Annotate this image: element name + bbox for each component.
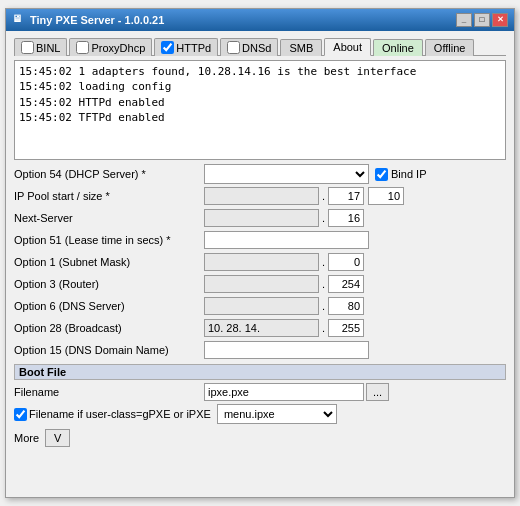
tab-httpd[interactable]: HTTPd	[154, 38, 218, 56]
form-area: Option 54 (DHCP Server) * Bind IP IP Poo…	[14, 164, 506, 491]
bind-ip-group: Bind IP	[375, 168, 426, 181]
bind-ip-label: Bind IP	[391, 168, 426, 180]
option54-row: Option 54 (DHCP Server) * Bind IP	[14, 164, 506, 184]
log-output: 15:45:02 1 adapters found, 10.28.14.16 i…	[14, 60, 506, 160]
tab-bar: BINL ProxyDhcp HTTPd DNSd SMB About Onli…	[14, 37, 506, 56]
filename-row: Filename ...	[14, 382, 506, 402]
option28-input-group: .	[204, 319, 506, 337]
content-area: BINL ProxyDhcp HTTPd DNSd SMB About Onli…	[6, 31, 514, 497]
option15-row: Option 15 (DNS Domain Name)	[14, 340, 506, 360]
tab-online[interactable]: Online	[373, 39, 423, 56]
option15-input[interactable]	[204, 341, 369, 359]
titlebar-controls: _ □ ✕	[456, 13, 508, 27]
option54-input-group: Bind IP	[204, 164, 506, 184]
ip-pool-size[interactable]	[368, 187, 404, 205]
browse-button[interactable]: ...	[366, 383, 389, 401]
log-line-2: 15:45:02 loading config	[19, 79, 501, 94]
app-icon: 🖥	[12, 13, 26, 27]
main-window: 🖥 Tiny PXE Server - 1.0.0.21 _ □ ✕ BINL …	[5, 8, 515, 498]
titlebar: 🖥 Tiny PXE Server - 1.0.0.21 _ □ ✕	[6, 9, 514, 31]
bind-ip-checkbox[interactable]	[375, 168, 388, 181]
option54-label: Option 54 (DHCP Server) *	[14, 168, 204, 180]
option3-label: Option 3 (Router)	[14, 278, 204, 290]
option1-input[interactable]	[204, 253, 319, 271]
tab-binl[interactable]: BINL	[14, 38, 67, 56]
option6-input-group: .	[204, 297, 506, 315]
ip-pool-row: IP Pool start / size * .	[14, 186, 506, 206]
filename-if-select[interactable]: menu.ipxe	[217, 404, 337, 424]
log-line-1: 15:45:02 1 adapters found, 10.28.14.16 i…	[19, 64, 501, 79]
window-title: Tiny PXE Server - 1.0.0.21	[30, 14, 164, 26]
tab-proxyhcp[interactable]: ProxyDhcp	[69, 38, 152, 56]
ip-pool-num[interactable]	[328, 187, 364, 205]
option6-last[interactable]	[328, 297, 364, 315]
option51-label: Option 51 (Lease time in secs) *	[14, 234, 204, 246]
option54-select[interactable]	[204, 164, 369, 184]
ip-pool-label: IP Pool start / size *	[14, 190, 204, 202]
option3-row: Option 3 (Router) .	[14, 274, 506, 294]
option6-label: Option 6 (DNS Server)	[14, 300, 204, 312]
option28-label: Option 28 (Broadcast)	[14, 322, 204, 334]
dnsd-label: DNSd	[242, 42, 271, 54]
option3-last[interactable]	[328, 275, 364, 293]
option28-input[interactable]	[204, 319, 319, 337]
minimize-button[interactable]: _	[456, 13, 472, 27]
option1-input-group: .	[204, 253, 506, 271]
option15-input-group	[204, 341, 506, 359]
tab-offline[interactable]: Offline	[425, 39, 475, 56]
httpd-label: HTTPd	[176, 42, 211, 54]
ip-pool-start[interactable]	[204, 187, 319, 205]
binl-checkbox[interactable]	[21, 41, 34, 54]
next-server-label: Next-Server	[14, 212, 204, 224]
option6-row: Option 6 (DNS Server) .	[14, 296, 506, 316]
option28-last[interactable]	[328, 319, 364, 337]
option51-input-group	[204, 231, 506, 249]
filename-if-row: Filename if user-class=gPXE or iPXE menu…	[14, 404, 506, 424]
httpd-checkbox[interactable]	[161, 41, 174, 54]
next-server-input-group: .	[204, 209, 506, 227]
filename-input-group: ...	[204, 383, 506, 401]
option51-input[interactable]	[204, 231, 369, 249]
proxyhcp-label: ProxyDhcp	[91, 42, 145, 54]
tab-about[interactable]: About	[324, 38, 371, 56]
option1-row: Option 1 (Subnet Mask) .	[14, 252, 506, 272]
filename-if-checkbox[interactable]	[14, 408, 27, 421]
more-row: More V	[14, 426, 506, 450]
filename-if-label: Filename if user-class=gPXE or iPXE	[29, 408, 211, 420]
proxyhcp-checkbox[interactable]	[76, 41, 89, 54]
option3-input-group: .	[204, 275, 506, 293]
option28-row: Option 28 (Broadcast) .	[14, 318, 506, 338]
titlebar-left: 🖥 Tiny PXE Server - 1.0.0.21	[12, 13, 164, 27]
ip-pool-input-group: .	[204, 187, 506, 205]
more-label: More	[14, 432, 39, 444]
maximize-button[interactable]: □	[474, 13, 490, 27]
binl-label: BINL	[36, 42, 60, 54]
option6-input[interactable]	[204, 297, 319, 315]
close-button[interactable]: ✕	[492, 13, 508, 27]
option51-row: Option 51 (Lease time in secs) *	[14, 230, 506, 250]
filename-label: Filename	[14, 386, 204, 398]
more-button[interactable]: V	[45, 429, 70, 447]
log-line-3: 15:45:02 HTTPd enabled	[19, 95, 501, 110]
tab-dnsd[interactable]: DNSd	[220, 38, 278, 56]
boot-file-section: Boot File	[14, 364, 506, 380]
option1-last[interactable]	[328, 253, 364, 271]
option15-label: Option 15 (DNS Domain Name)	[14, 344, 204, 356]
option1-label: Option 1 (Subnet Mask)	[14, 256, 204, 268]
next-server-input[interactable]	[204, 209, 319, 227]
filename-input[interactable]	[204, 383, 364, 401]
option3-input[interactable]	[204, 275, 319, 293]
next-server-row: Next-Server .	[14, 208, 506, 228]
next-server-num[interactable]	[328, 209, 364, 227]
tab-smb[interactable]: SMB	[280, 39, 322, 56]
filename-if-group: Filename if user-class=gPXE or iPXE menu…	[14, 404, 506, 424]
log-line-4: 15:45:02 TFTPd enabled	[19, 110, 501, 125]
dnsd-checkbox[interactable]	[227, 41, 240, 54]
